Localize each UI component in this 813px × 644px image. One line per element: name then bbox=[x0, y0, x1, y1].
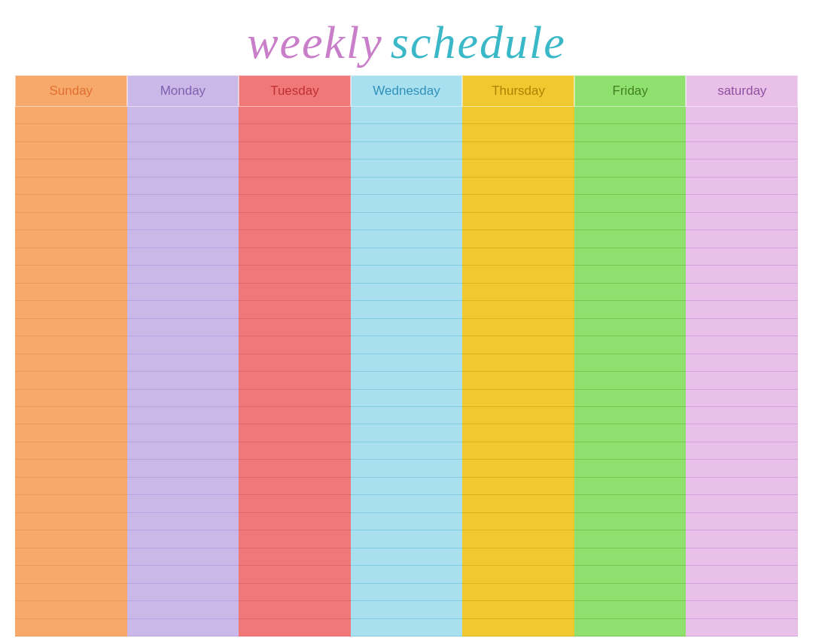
schedule-line[interactable] bbox=[462, 619, 574, 636]
schedule-line[interactable] bbox=[15, 142, 127, 159]
schedule-line[interactable] bbox=[351, 442, 463, 460]
schedule-line[interactable] bbox=[574, 442, 687, 460]
schedule-line[interactable] bbox=[574, 390, 687, 407]
schedule-line[interactable] bbox=[15, 442, 127, 460]
schedule-line[interactable] bbox=[127, 284, 239, 301]
day-lines-sunday[interactable] bbox=[15, 107, 127, 636]
schedule-line[interactable] bbox=[239, 213, 351, 230]
schedule-line[interactable] bbox=[15, 124, 127, 141]
schedule-line[interactable] bbox=[351, 372, 463, 389]
schedule-line[interactable] bbox=[351, 213, 463, 230]
schedule-line[interactable] bbox=[574, 248, 687, 266]
schedule-line[interactable] bbox=[686, 354, 798, 372]
schedule-line[interactable] bbox=[15, 390, 127, 407]
schedule-line[interactable] bbox=[351, 513, 463, 530]
schedule-line[interactable] bbox=[127, 548, 239, 566]
schedule-line[interactable] bbox=[15, 248, 127, 266]
schedule-line[interactable] bbox=[462, 495, 574, 512]
schedule-line[interactable] bbox=[462, 230, 574, 248]
schedule-line[interactable] bbox=[686, 390, 798, 407]
schedule-line[interactable] bbox=[574, 284, 687, 301]
schedule-line[interactable] bbox=[686, 619, 798, 636]
schedule-line[interactable] bbox=[462, 372, 574, 389]
schedule-line[interactable] bbox=[462, 601, 574, 618]
schedule-line[interactable] bbox=[15, 619, 127, 636]
schedule-line[interactable] bbox=[239, 195, 351, 212]
schedule-line[interactable] bbox=[351, 619, 463, 636]
schedule-line[interactable] bbox=[686, 424, 798, 442]
schedule-line[interactable] bbox=[462, 336, 574, 354]
schedule-line[interactable] bbox=[127, 478, 239, 495]
schedule-line[interactable] bbox=[462, 442, 574, 460]
schedule-line[interactable] bbox=[239, 230, 351, 248]
schedule-line[interactable] bbox=[351, 230, 463, 248]
schedule-line[interactable] bbox=[574, 195, 687, 212]
schedule-line[interactable] bbox=[686, 230, 798, 248]
schedule-line[interactable] bbox=[686, 513, 798, 530]
schedule-line[interactable] bbox=[127, 354, 239, 372]
schedule-line[interactable] bbox=[686, 319, 798, 336]
schedule-line[interactable] bbox=[15, 319, 127, 336]
schedule-line[interactable] bbox=[351, 159, 463, 177]
schedule-line[interactable] bbox=[686, 142, 798, 159]
schedule-line[interactable] bbox=[239, 460, 351, 477]
schedule-line[interactable] bbox=[127, 248, 239, 266]
schedule-line[interactable] bbox=[15, 548, 127, 566]
schedule-line[interactable] bbox=[127, 195, 239, 212]
schedule-line[interactable] bbox=[574, 159, 687, 177]
schedule-line[interactable] bbox=[239, 372, 351, 389]
schedule-line[interactable] bbox=[127, 142, 239, 159]
schedule-line[interactable] bbox=[239, 530, 351, 548]
schedule-line[interactable] bbox=[462, 248, 574, 266]
schedule-line[interactable] bbox=[239, 124, 351, 141]
schedule-line[interactable] bbox=[574, 230, 687, 248]
schedule-line[interactable] bbox=[15, 601, 127, 618]
schedule-line[interactable] bbox=[239, 442, 351, 460]
schedule-line[interactable] bbox=[15, 372, 127, 389]
schedule-line[interactable] bbox=[462, 213, 574, 230]
schedule-line[interactable] bbox=[239, 566, 351, 583]
schedule-line[interactable] bbox=[15, 460, 127, 477]
schedule-line[interactable] bbox=[351, 107, 463, 124]
schedule-line[interactable] bbox=[686, 336, 798, 354]
schedule-line[interactable] bbox=[127, 336, 239, 354]
schedule-line[interactable] bbox=[686, 478, 798, 495]
schedule-line[interactable] bbox=[686, 195, 798, 212]
schedule-line[interactable] bbox=[15, 336, 127, 354]
schedule-line[interactable] bbox=[351, 178, 463, 195]
schedule-line[interactable] bbox=[686, 460, 798, 477]
schedule-line[interactable] bbox=[239, 584, 351, 601]
schedule-line[interactable] bbox=[574, 124, 687, 141]
schedule-line[interactable] bbox=[686, 248, 798, 266]
schedule-line[interactable] bbox=[574, 372, 687, 389]
schedule-line[interactable] bbox=[686, 495, 798, 512]
schedule-line[interactable] bbox=[15, 495, 127, 512]
schedule-line[interactable] bbox=[686, 530, 798, 548]
schedule-line[interactable] bbox=[686, 548, 798, 566]
schedule-line[interactable] bbox=[686, 159, 798, 177]
schedule-line[interactable] bbox=[462, 584, 574, 601]
schedule-line[interactable] bbox=[239, 159, 351, 177]
schedule-line[interactable] bbox=[686, 107, 798, 124]
schedule-line[interactable] bbox=[574, 478, 687, 495]
schedule-line[interactable] bbox=[351, 460, 463, 477]
schedule-line[interactable] bbox=[462, 460, 574, 477]
schedule-line[interactable] bbox=[574, 601, 687, 618]
schedule-line[interactable] bbox=[574, 619, 687, 636]
schedule-line[interactable] bbox=[239, 495, 351, 512]
schedule-line[interactable] bbox=[15, 566, 127, 583]
schedule-line[interactable] bbox=[239, 248, 351, 266]
schedule-line[interactable] bbox=[574, 495, 687, 512]
schedule-line[interactable] bbox=[15, 584, 127, 601]
schedule-line[interactable] bbox=[127, 566, 239, 583]
schedule-line[interactable] bbox=[15, 478, 127, 495]
schedule-line[interactable] bbox=[351, 495, 463, 512]
schedule-line[interactable] bbox=[15, 266, 127, 283]
schedule-line[interactable] bbox=[127, 319, 239, 336]
schedule-line[interactable] bbox=[127, 601, 239, 618]
schedule-line[interactable] bbox=[239, 390, 351, 407]
schedule-line[interactable] bbox=[686, 301, 798, 318]
schedule-line[interactable] bbox=[239, 301, 351, 318]
day-lines-friday[interactable] bbox=[574, 107, 687, 636]
schedule-line[interactable] bbox=[462, 354, 574, 372]
